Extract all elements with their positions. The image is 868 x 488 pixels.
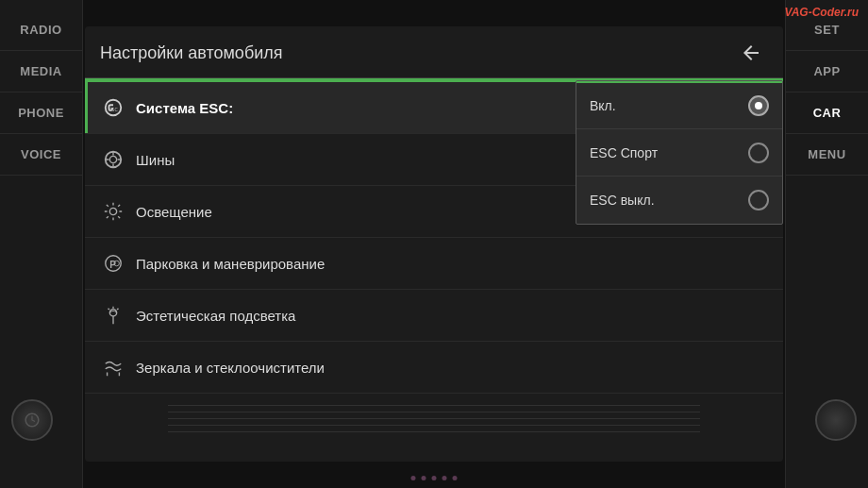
right-nav-menu[interactable]: MENU [786,134,868,176]
dropdown-option-off[interactable]: ESC выкл. [576,177,782,224]
watermark-domain: Coder.ru [812,6,859,19]
svg-point-3 [109,156,116,162]
screen-header: Настройки автомобиля [85,26,783,78]
menu-container: ESC Система ESC: [85,80,783,394]
right-knob[interactable] [815,399,857,441]
main-screen: Настройки автомобиля ESC [85,26,783,462]
tire-symbol-icon [103,149,124,170]
dropdown-sport-label: ESC Спорт [590,145,748,160]
esc-symbol-icon: ESC [103,97,124,118]
svg-point-8 [109,208,116,214]
radio-on-icon [748,95,769,116]
esc-icon: ESC [100,94,126,121]
radio-off-icon [748,190,769,210]
decorative-lines [168,405,700,462]
mirror-symbol-icon [103,357,124,378]
svg-point-20 [109,310,116,316]
svg-line-22 [108,309,109,310]
menu-item-lighting-label: Освещение [136,204,212,220]
light-icon [100,198,126,225]
dropdown-option-on[interactable]: Вкл. [576,81,782,129]
menu-item-aesthetic-label: Эстетическая подсветка [136,308,295,324]
sidebar-item-phone[interactable]: PHONE [0,93,82,134]
svg-line-13 [107,205,108,207]
tire-icon [100,146,126,173]
parking-icon: P [100,250,126,277]
menu-item-tires-label: Шины [136,152,175,168]
light-symbol-icon [103,201,124,222]
dropdown-option-sport[interactable]: ESC Спорт [576,129,782,177]
menu-item-parking[interactable]: P Парковка и маневрирование [85,238,783,290]
bezel: VAG-Coder.ru RADIO MEDIA PHONE VOICE SET… [0,0,868,488]
bottom-dots [411,476,458,480]
sidebar-item-voice[interactable]: VOICE [0,134,82,176]
power-icon [24,412,41,429]
back-button[interactable] [734,36,768,70]
mirror-icon [100,354,126,380]
svg-line-14 [118,216,120,218]
page-title: Настройки автомобиля [100,43,283,63]
back-arrow-icon [740,42,762,64]
sidebar-item-radio[interactable]: RADIO [0,9,82,51]
menu-item-aesthetic[interactable]: Эстетическая подсветка [85,290,783,342]
svg-line-16 [107,216,108,218]
right-nav-car[interactable]: CAR [786,93,868,134]
sidebar-item-media[interactable]: MEDIA [0,51,82,93]
svg-text:ESC: ESC [108,108,118,112]
dropdown-off-label: ESC выкл. [590,193,748,208]
dropdown-on-label: Вкл. [590,98,748,113]
aesthetic-symbol-icon [103,305,124,326]
parking-symbol-icon: P [103,253,124,274]
radio-sport-icon [748,143,769,163]
left-knob[interactable] [11,399,53,441]
dropdown-panel: Вкл. ESC Спорт ESC выкл. [576,80,783,225]
aesthetic-icon [100,302,126,328]
menu-item-mirrors-label: Зеркала и стеклоочистители [136,360,325,376]
watermark: VAG-Coder.ru [785,6,859,19]
svg-line-23 [117,309,118,310]
watermark-brand: VAG- [785,6,812,19]
svg-line-15 [118,205,120,207]
menu-item-esc-label: Система ESC: [136,100,233,116]
right-nav-app[interactable]: APP [786,51,868,93]
menu-item-mirrors[interactable]: Зеркала и стеклоочистители [85,342,783,394]
menu-item-parking-label: Парковка и маневрирование [136,256,325,272]
